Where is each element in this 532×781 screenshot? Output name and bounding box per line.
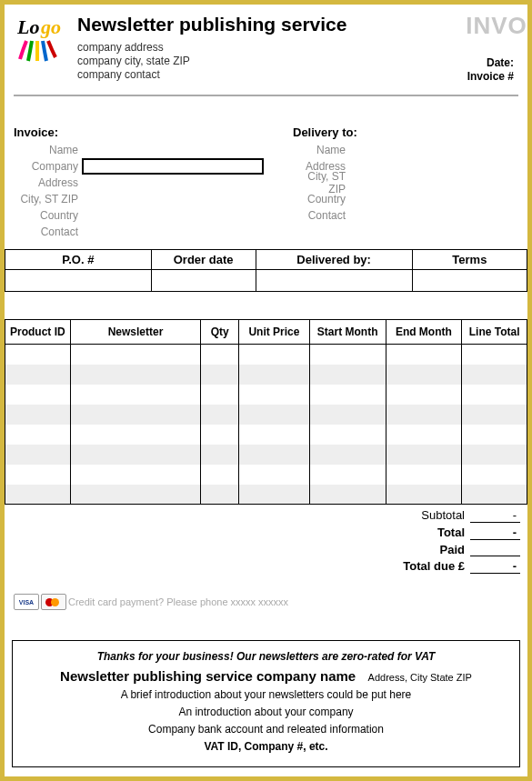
subtotal-label: Subtotal [421,508,470,523]
end-month-header: End Month [386,320,462,345]
credit-card-row: VISA Credit card payment? Please phone x… [14,594,288,610]
subtotal-value: - [470,508,520,523]
total-due-label: Total due £ [403,559,470,574]
footer-vat: VAT ID, Company #, etc. [20,740,512,753]
total-value: - [470,526,520,540]
contact-field[interactable] [82,225,264,239]
svg-text:go: go [40,15,61,38]
footer-bank: Company bank account and releated inform… [20,723,512,736]
date-label: Date: [467,56,514,69]
qty-header: Qty [201,320,239,345]
items-table: Product ID Newsletter Qty Unit Price Sta… [5,319,527,505]
delivery-city-label: City, ST ZIP [293,170,349,195]
delivery-contact-field[interactable] [349,208,531,223]
item-row[interactable] [5,485,527,505]
address-field[interactable] [82,175,264,190]
address-section: Invoice: Name Company Address City, ST Z… [14,125,527,240]
invoice-number-label: Invoice # [467,70,514,83]
delivery-name-field[interactable] [349,143,531,157]
delivery-address-field[interactable] [349,159,531,174]
mastercard-icon [41,594,66,610]
item-row[interactable] [5,425,527,445]
paid-value [470,543,520,556]
name-field[interactable] [82,143,264,157]
footer-intro2: An introduction about your company [20,706,512,718]
thanks-line: Thanks for your business! Our newsletter… [20,650,512,663]
footer-intro1: A brief introduction about your newslett… [20,688,512,701]
company-label: Company [14,160,82,173]
start-month-header: Start Month [309,320,386,345]
svg-text:Lo: Lo [16,15,39,38]
totals-block: Subtotal - Total - Paid Total due £ - [5,508,520,574]
delivery-country-field[interactable] [349,192,531,206]
date-block: Date: Invoice # [467,55,514,84]
order-meta-table: P.O. # Order date Delivered by: Terms [5,249,527,292]
delivery-name-label: Name [293,144,349,156]
delivery-to-column: Delivery to: Name Address City, ST ZIP C… [293,125,531,240]
invoice-to-column: Invoice: Name Company Address City, ST Z… [14,125,264,240]
total-due-value: - [470,559,520,574]
item-row[interactable] [5,405,527,425]
country-label: Country [14,209,82,222]
name-label: Name [14,144,82,156]
footer-company-name: Newsletter publishing service company na… [60,668,356,684]
delivery-contact-label: Contact [293,209,349,222]
city-label: City, ST ZIP [14,193,82,205]
delivered-by-cell[interactable] [256,270,412,292]
delivery-city-field[interactable] [349,175,531,190]
company-city-line: company city, state ZIP [77,55,527,67]
delivery-country-label: Country [293,193,349,205]
item-row[interactable] [5,385,527,405]
company-address-line: company address [77,41,527,54]
invoice-watermark: INVOI [466,12,532,40]
order-date-cell[interactable] [151,270,256,292]
item-row[interactable] [5,465,527,485]
logo-icon: Lo go [15,14,70,64]
delivery-to-title: Delivery to: [293,125,531,139]
page-title: Newsletter publishing service [77,14,527,35]
footer-company-address: Address, City State ZIP [368,672,472,683]
po-header: P.O. # [5,250,152,270]
company-contact-line: company contact [77,68,527,81]
credit-card-text: Credit card payment? Please phone xxxxx … [68,596,288,607]
unit-price-header: Unit Price [239,320,310,345]
order-date-header: Order date [151,250,256,270]
city-field[interactable] [82,192,264,206]
total-label: Total [437,526,470,540]
terms-cell[interactable] [412,270,527,292]
header-divider [14,95,518,96]
item-row[interactable] [5,345,527,365]
footer-box: Thanks for your business! Our newsletter… [12,640,520,767]
item-row[interactable] [5,365,527,385]
header: Lo go Newsletter publishing service comp… [5,5,527,82]
delivered-by-header: Delivered by: [256,250,412,270]
contact-label: Contact [14,225,82,238]
newsletter-header: Newsletter [70,320,201,345]
item-row[interactable] [5,445,527,465]
company-field[interactable] [82,158,264,175]
address-label: Address [14,176,82,189]
country-field[interactable] [82,208,264,223]
invoice-page: Lo go Newsletter publishing service comp… [0,0,532,781]
visa-icon: VISA [14,594,39,610]
paid-label: Paid [440,543,470,556]
product-id-header: Product ID [5,320,71,345]
terms-header: Terms [412,250,527,270]
po-cell[interactable] [5,270,152,292]
line-total-header: Line Total [462,320,527,345]
invoice-to-title: Invoice: [14,125,264,139]
